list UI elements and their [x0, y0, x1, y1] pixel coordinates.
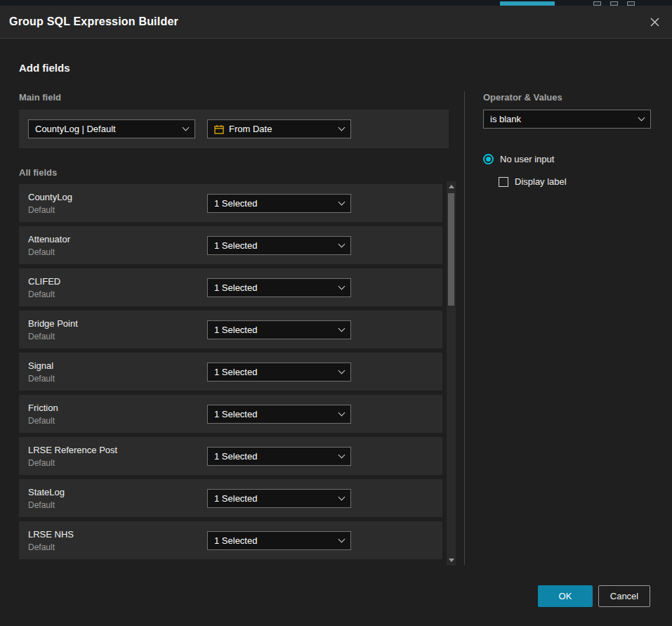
field-subtitle: Default: [28, 288, 60, 301]
field-row: CLIFED Default 1 Selected: [19, 268, 442, 306]
dialog-title: Group SQL Expression Builder: [9, 15, 178, 28]
field-row-texts: LRSE NHS Default: [28, 528, 74, 554]
main-source-value: CountyLog | Default: [35, 124, 178, 134]
field-name: CountyLog: [28, 190, 72, 204]
add-fields-heading: Add fields: [19, 62, 70, 74]
field-selection-value: 1 Selected: [214, 451, 334, 462]
scrollbar-thumb[interactable]: [448, 193, 454, 306]
operator-dropdown[interactable]: is blank: [483, 110, 651, 129]
field-row: Bridge Point Default 1 Selected: [19, 311, 442, 348]
background-app-strip: [0, 0, 672, 6]
field-selection-value: 1 Selected: [214, 282, 334, 293]
cancel-button[interactable]: Cancel: [598, 585, 650, 607]
field-row: Friction Default 1 Selected: [19, 395, 442, 433]
field-selection-dropdown[interactable]: 1 Selected: [207, 320, 351, 339]
field-row: Attenuator Default 1 Selected: [19, 226, 442, 264]
field-row: LRSE NHS Default 1 Selected: [19, 521, 442, 559]
field-subtitle: Default: [28, 541, 74, 554]
chevron-down-icon: [183, 124, 190, 131]
field-subtitle: Default: [28, 415, 58, 428]
field-subtitle: Default: [28, 204, 72, 217]
ok-button[interactable]: OK: [538, 585, 593, 607]
field-selection-value: 1 Selected: [214, 325, 334, 335]
chevron-down-icon: [338, 494, 345, 501]
chevron-down-icon: [338, 283, 345, 290]
field-name: CLIFED: [28, 275, 60, 288]
screen: Group SQL Expression Builder Add fields …: [0, 0, 672, 626]
field-name: LRSE Reference Post: [28, 443, 117, 457]
field-row: CountyLog Default 1 Selected: [19, 184, 442, 222]
field-selection-value: 1 Selected: [214, 409, 334, 419]
field-row-texts: StateLog Default: [28, 485, 65, 512]
field-selection-dropdown[interactable]: 1 Selected: [207, 405, 351, 424]
no-user-input-radio[interactable]: No user input: [483, 154, 554, 164]
chevron-down-icon: [638, 115, 645, 122]
field-name: Signal: [28, 359, 55, 372]
column-divider: [464, 91, 465, 565]
chevron-down-icon: [338, 452, 345, 459]
field-row: Signal Default 1 Selected: [19, 353, 442, 391]
radio-selected-icon: [483, 154, 494, 164]
chevron-down-icon: [338, 199, 345, 206]
main-field-label: Main field: [19, 92, 61, 103]
field-selection-value: 1 Selected: [214, 240, 334, 251]
field-selection-dropdown[interactable]: 1 Selected: [207, 447, 351, 466]
chevron-down-icon: [338, 410, 345, 417]
fields-list-scrollbar[interactable]: [447, 181, 456, 566]
display-label-checkbox[interactable]: Display label: [499, 176, 567, 187]
chevron-down-icon: [338, 367, 345, 374]
chevron-down-icon: [338, 325, 345, 332]
field-name: Bridge Point: [28, 317, 78, 330]
scroll-up-arrow-icon[interactable]: [449, 185, 454, 188]
field-subtitle: Default: [28, 246, 70, 259]
field-row-texts: Attenuator Default: [28, 233, 70, 259]
field-subtitle: Default: [28, 457, 117, 470]
all-fields-list: CountyLog Default 1 Selected Attenuator …: [19, 184, 442, 563]
field-selection-value: 1 Selected: [214, 198, 334, 209]
field-selection-dropdown[interactable]: 1 Selected: [207, 236, 351, 255]
field-selection-value: 1 Selected: [214, 367, 334, 377]
field-subtitle: Default: [28, 499, 65, 512]
main-date-field-dropdown[interactable]: From Date: [207, 119, 351, 138]
field-selection-value: 1 Selected: [214, 535, 334, 546]
main-field-panel: CountyLog | Default From Date: [19, 110, 449, 148]
field-row-texts: LRSE Reference Post Default: [28, 443, 117, 470]
main-date-value: From Date: [229, 124, 334, 134]
field-name: StateLog: [28, 485, 65, 499]
no-user-input-label: No user input: [500, 154, 554, 164]
field-row: LRSE Reference Post Default 1 Selected: [19, 437, 442, 475]
field-row-texts: Bridge Point Default: [28, 317, 78, 344]
field-selection-dropdown[interactable]: 1 Selected: [207, 531, 351, 550]
chevron-down-icon: [338, 536, 345, 543]
scroll-down-arrow-icon[interactable]: [449, 559, 454, 562]
field-row: StateLog Default 1 Selected: [19, 479, 442, 517]
calendar-icon: [214, 124, 224, 134]
display-label-label: Display label: [515, 176, 567, 187]
close-icon[interactable]: [645, 13, 664, 31]
field-name: Attenuator: [28, 233, 70, 246]
checkbox-unchecked-icon: [499, 177, 508, 187]
field-selection-value: 1 Selected: [214, 493, 334, 504]
operator-values-label: Operator & Values: [483, 92, 562, 103]
main-source-dropdown[interactable]: CountyLog | Default: [28, 119, 195, 138]
field-name: LRSE NHS: [28, 528, 74, 541]
all-fields-label: All fields: [19, 167, 57, 178]
field-subtitle: Default: [28, 330, 78, 344]
dialog-header: Group SQL Expression Builder: [0, 6, 672, 39]
chevron-down-icon: [338, 124, 345, 131]
field-row-texts: Friction Default: [28, 401, 58, 428]
field-selection-dropdown[interactable]: 1 Selected: [207, 489, 351, 508]
field-subtitle: Default: [28, 372, 55, 386]
chevron-down-icon: [338, 241, 345, 248]
operator-value: is blank: [490, 114, 633, 124]
field-name: Friction: [28, 401, 58, 415]
field-row-texts: CLIFED Default: [28, 275, 60, 301]
field-row-texts: Signal Default: [28, 359, 55, 386]
field-selection-dropdown[interactable]: 1 Selected: [207, 363, 351, 382]
field-selection-dropdown[interactable]: 1 Selected: [207, 194, 351, 213]
group-sql-expression-builder-dialog: Group SQL Expression Builder Add fields …: [0, 6, 672, 626]
field-row-texts: CountyLog Default: [28, 190, 72, 217]
field-selection-dropdown[interactable]: 1 Selected: [207, 278, 351, 297]
